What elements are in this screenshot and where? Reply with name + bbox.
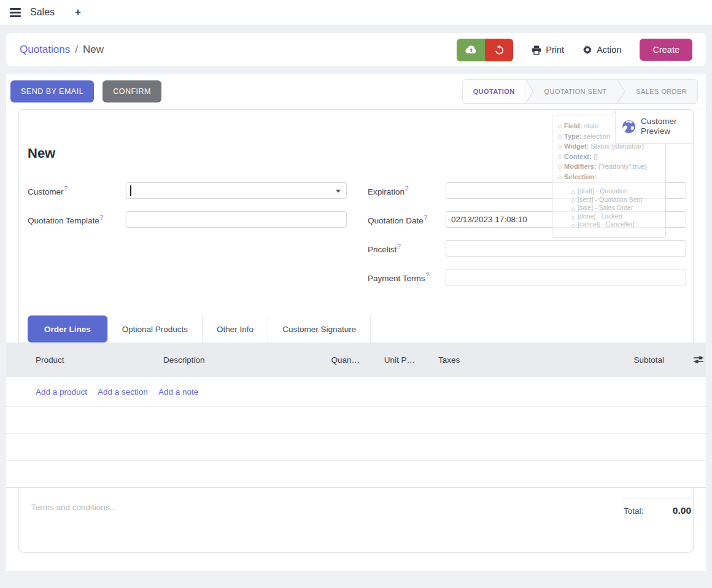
tooltip-row: Context: {} <box>557 152 660 162</box>
create-button[interactable]: Create <box>640 39 692 61</box>
tooltip-selection-item: [cancel] - Cancelled <box>570 220 660 229</box>
help-marker: ? <box>426 272 430 279</box>
add-a-section-link[interactable]: Add a section <box>98 387 148 397</box>
undo-icon <box>494 45 505 55</box>
order-total: Total: 0.00 <box>622 498 694 516</box>
tab-optional-products[interactable]: Optional Products <box>107 315 203 342</box>
tab-customer-signature[interactable]: Customer Signature <box>268 315 371 342</box>
breadcrumb-quotations-link[interactable]: Quotations <box>20 44 70 56</box>
table-header-row: Product Description Quan… Unit P… Taxes … <box>6 342 706 377</box>
discard-changes-button[interactable] <box>485 39 513 61</box>
action-menu-button[interactable]: Action <box>582 45 621 55</box>
payment-terms-input[interactable] <box>446 269 686 285</box>
table-add-row: Add a product Add a section Add a note <box>6 377 706 407</box>
optional-columns-button[interactable] <box>664 355 706 364</box>
top-navbar: Sales + <box>0 0 712 25</box>
page-gap <box>0 25 712 33</box>
customer-field-row: Customer? <box>28 182 347 199</box>
payment-terms-field-row: Payment Terms? <box>368 269 686 285</box>
quotation-template-input[interactable] <box>126 211 347 228</box>
statusbar: SEND BY EMAIL CONFIRM QUOTATION QUOTATIO… <box>6 74 706 109</box>
chevron-separator-icon <box>525 80 534 103</box>
printer-icon <box>532 45 541 55</box>
notebook-tabs: Order Lines Optional Products Other Info… <box>28 315 371 342</box>
help-marker: ? <box>424 214 428 221</box>
record-title: New <box>28 145 55 161</box>
tooltip-selection-item: [draft] - Quotation <box>570 187 660 196</box>
customer-preview-button[interactable]: Customer Preview <box>615 110 693 144</box>
help-marker: ? <box>405 185 409 192</box>
tooltip-selection-item: [sent] - Quotation Sent <box>570 196 660 204</box>
print-label: Print <box>546 45 564 55</box>
column-header-unit-price[interactable]: Unit P… <box>360 355 415 365</box>
pricelist-field-row: Pricelist? <box>368 240 686 257</box>
action-label: Action <box>597 45 621 55</box>
print-menu-button[interactable]: Print <box>532 45 564 55</box>
caret-down-icon[interactable] <box>336 190 341 193</box>
globe-icon <box>622 120 636 134</box>
form-sheet-footer: Terms and conditions... Total: 0.00 <box>18 488 694 553</box>
column-header-subtotal[interactable]: Subtotal <box>501 355 664 365</box>
table-row <box>6 434 706 461</box>
chevron-separator-icon <box>617 80 625 103</box>
expiration-label: Expiration? <box>368 182 446 196</box>
help-marker: ? <box>100 214 104 221</box>
form-sheet: Customer Preview Field: state Type: sele… <box>18 109 694 342</box>
breadcrumb-separator: / <box>75 44 78 56</box>
quotation-date-label: Quotation Date? <box>368 211 446 225</box>
payment-terms-label: Payment Terms? <box>368 269 446 283</box>
gear-icon <box>582 45 592 55</box>
text-cursor <box>130 185 131 196</box>
sliders-icon <box>694 355 703 364</box>
help-marker: ? <box>64 185 68 192</box>
order-lines-table: Product Description Quan… Unit P… Taxes … <box>6 342 706 488</box>
breadcrumb: Quotations / New <box>20 44 104 56</box>
quotation-template-field-row: Quotation Template? <box>28 211 347 228</box>
column-header-description[interactable]: Description <box>163 355 304 365</box>
table-row <box>6 407 706 434</box>
save-discard-group <box>457 39 513 61</box>
new-tab-button[interactable]: + <box>75 6 81 18</box>
column-header-product[interactable]: Product <box>6 355 163 365</box>
add-a-product-link[interactable]: Add a product <box>36 387 87 397</box>
control-panel-actions: Print Action Create <box>457 39 692 61</box>
add-a-note-link[interactable]: Add a note <box>158 387 198 397</box>
tooltip-selection-item: [done] - Locked <box>570 212 660 221</box>
quotation-form: SEND BY EMAIL CONFIRM QUOTATION QUOTATIO… <box>6 74 706 571</box>
cloud-upload-icon <box>465 45 477 55</box>
tab-other-info[interactable]: Other Info <box>203 315 268 342</box>
column-header-quantity[interactable]: Quan… <box>304 355 360 365</box>
menu-icon[interactable] <box>10 8 21 17</box>
customer-input[interactable] <box>126 182 347 199</box>
tooltip-selection-item: [sale] - Sales Order <box>570 204 660 212</box>
quotation-template-label: Quotation Template? <box>28 211 126 225</box>
stage-sales-order[interactable]: SALES ORDER <box>625 80 697 103</box>
column-header-taxes[interactable]: Taxes <box>415 355 501 365</box>
tooltip-selection-list: [draft] - Quotation [sent] - Quotation S… <box>557 187 660 229</box>
total-label: Total: <box>624 506 643 516</box>
save-record-button[interactable] <box>457 39 485 61</box>
pricelist-input[interactable] <box>446 240 686 257</box>
stage-quotation[interactable]: QUOTATION <box>463 80 525 103</box>
help-marker: ? <box>397 243 401 250</box>
breadcrumb-current: New <box>83 44 104 56</box>
terms-and-conditions-input[interactable]: Terms and conditions... <box>31 503 117 512</box>
stage-quotation-sent[interactable]: QUOTATION SENT <box>534 80 617 103</box>
page-gap <box>0 66 712 74</box>
customer-preview-label: Customer Preview <box>641 117 691 136</box>
tooltip-row: Modifiers: {"readonly":true} <box>557 161 660 172</box>
customer-label: Customer? <box>28 182 126 196</box>
statusbar-buttons: SEND BY EMAIL CONFIRM <box>10 80 161 103</box>
send-by-email-button[interactable]: SEND BY EMAIL <box>10 80 94 103</box>
total-value: 0.00 <box>673 505 691 516</box>
status-pipeline: QUOTATION QUOTATION SENT SALES ORDER <box>462 79 698 104</box>
pricelist-label: Pricelist? <box>368 240 446 254</box>
confirm-button[interactable]: CONFIRM <box>103 80 161 103</box>
control-panel: Quotations / New Print <box>6 33 706 66</box>
tooltip-row: Selection: <box>557 172 660 182</box>
app-menu-sales[interactable]: Sales <box>30 7 55 18</box>
tab-order-lines[interactable]: Order Lines <box>28 315 107 342</box>
table-row <box>6 461 706 488</box>
